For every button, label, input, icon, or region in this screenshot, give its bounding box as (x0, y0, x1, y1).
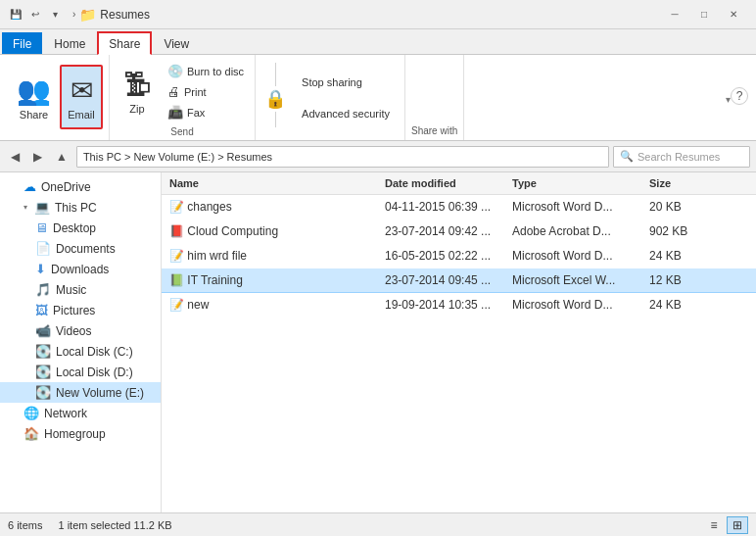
tab-file[interactable]: File (2, 32, 42, 54)
file-row-changes[interactable]: 📝 changes 04-11-2015 06:39 ... Microsoft… (162, 195, 756, 219)
ribbon-help-button[interactable]: ? (731, 87, 748, 105)
share-button[interactable]: 👥 Share (10, 65, 58, 129)
search-icon: 🔍 (620, 150, 634, 163)
list-view-button[interactable]: ⊞ (727, 516, 748, 534)
email-label: Email (68, 109, 95, 121)
window-title: Resumes (100, 8, 660, 22)
breadcrumb-arrow: › (72, 9, 75, 20)
file-size-himwrd: 24 KB (641, 247, 710, 265)
zip-button[interactable]: 🗜 Zip (116, 60, 159, 124)
ribbon-group-sharewith: 🔒 Stop sharing Advanced security (256, 55, 405, 140)
sidebar-item-desktop[interactable]: 🖥 Desktop (0, 218, 161, 238)
back-button[interactable]: ◀ (6, 147, 24, 167)
search-bar[interactable]: 🔍 Search Resumes (613, 146, 750, 168)
quick-access-undo[interactable]: ↩ (27, 7, 43, 23)
file-label-ittraining: IT Training (187, 273, 242, 287)
col-header-size[interactable]: Size (641, 175, 710, 191)
downloads-label: Downloads (51, 263, 109, 276)
ribbon-small-group: 💿 Burn to disc 🖨 Print 📠 Fax (163, 61, 249, 122)
sidebar-item-locald[interactable]: 💽 Local Disk (D:) (0, 362, 161, 382)
file-icon-changes: 📝 (169, 200, 184, 214)
close-button[interactable]: ✕ (719, 5, 748, 24)
address-bar[interactable]: This PC > New Volume (E:) > Resumes (76, 146, 609, 168)
stop-sharing-label: Stop sharing (302, 76, 362, 88)
file-date-new: 19-09-2014 10:35 ... (377, 296, 504, 314)
view-toggle: ≡ ⊞ (703, 516, 748, 534)
minimize-button[interactable]: ─ (660, 5, 689, 24)
file-label-cloud: Cloud Computing (187, 224, 278, 238)
sidebar-item-network[interactable]: 🌐 Network (0, 403, 161, 423)
tab-share[interactable]: Share (97, 31, 152, 55)
main-area: ☁ OneDrive ▾ 💻 This PC 🖥 Desktop 📄 Docum… (0, 172, 756, 512)
downloads-icon: ⬇ (35, 262, 46, 276)
quick-access-save[interactable]: 💾 (8, 7, 24, 23)
pictures-label: Pictures (53, 304, 95, 317)
search-placeholder: Search Resumes (638, 151, 720, 163)
sidebar-item-documents[interactable]: 📄 Documents (0, 238, 161, 259)
onedrive-icon: ☁ (24, 179, 36, 194)
ribbon-group-sharewith-label: Share with (405, 55, 464, 140)
desktop-icon: 🖥 (35, 220, 48, 235)
desktop-label: Desktop (53, 221, 96, 235)
share-with-group-label: Share with (411, 125, 457, 140)
tab-home[interactable]: Home (43, 32, 96, 54)
tab-view[interactable]: View (153, 32, 200, 54)
stop-sharing-button[interactable]: Stop sharing (293, 69, 399, 96)
maximize-button[interactable]: □ (689, 5, 719, 24)
file-type-cloud: Adobe Acrobat D... (504, 222, 641, 240)
file-row-himwrd[interactable]: 📝 him wrd file 16-05-2015 02:22 ... Micr… (162, 244, 756, 268)
selected-info: 1 item selected 11.2 KB (58, 519, 171, 531)
music-label: Music (56, 283, 86, 297)
print-button[interactable]: 🖨 Print (163, 81, 249, 102)
videos-label: Videos (56, 324, 91, 338)
email-button[interactable]: ✉ Email (60, 65, 103, 129)
fax-icon: 📠 (167, 105, 183, 120)
col-header-name[interactable]: Name (162, 175, 377, 191)
title-bar: 💾 ↩ ▾ › 📁 Resumes ─ □ ✕ (0, 0, 756, 29)
col-header-date[interactable]: Date modified (377, 175, 504, 191)
file-type-himwrd: Microsoft Word D... (504, 247, 641, 265)
documents-icon: 📄 (35, 241, 51, 256)
sidebar-item-downloads[interactable]: ⬇ Downloads (0, 259, 161, 279)
sidebar-item-music[interactable]: 🎵 Music (0, 279, 161, 300)
file-name-ittraining: 📗 IT Training (162, 271, 377, 289)
file-type-changes: Microsoft Word D... (504, 198, 641, 216)
localc-icon: 💽 (35, 344, 51, 359)
sidebar-item-videos[interactable]: 📹 Videos (0, 320, 161, 341)
items-count: 6 items (8, 519, 42, 531)
file-label-himwrd: him wrd file (187, 249, 247, 263)
file-date-himwrd: 16-05-2015 02:22 ... (377, 247, 504, 265)
file-icon-ittraining: 📗 (169, 273, 184, 287)
file-row-cloud[interactable]: 📕 Cloud Computing 23-07-2014 09:42 ... A… (162, 219, 756, 244)
up-button[interactable]: ▲ (51, 147, 72, 167)
burn-disc-button[interactable]: 💿 Burn to disc (163, 61, 249, 81)
newe-label: New Volume (E:) (56, 386, 144, 400)
titlebar-icons: 💾 ↩ ▾ (8, 7, 63, 23)
sidebar-item-homegroup[interactable]: 🏠 Homegroup (0, 423, 161, 444)
sidebar-item-onedrive[interactable]: ☁ OneDrive (0, 176, 161, 197)
fax-label: Fax (187, 107, 205, 119)
status-bar: 6 items 1 item selected 11.2 KB ≡ ⊞ (0, 512, 756, 536)
col-header-type[interactable]: Type (504, 175, 641, 191)
file-name-changes: 📝 changes (162, 198, 377, 216)
forward-button[interactable]: ▶ (28, 147, 47, 167)
sidebar-item-pictures[interactable]: 🖼 Pictures (0, 300, 161, 320)
sidebar-item-newe[interactable]: 💽 New Volume (E:) (0, 382, 161, 403)
details-view-button[interactable]: ≡ (703, 516, 725, 534)
quick-access-menu[interactable]: ▾ (47, 7, 63, 23)
file-row-new[interactable]: 📝 new 19-09-2014 10:35 ... Microsoft Wor… (162, 293, 756, 317)
burn-label: Burn to disc (187, 66, 244, 77)
file-row-ittraining[interactable]: 📗 IT Training 23-07-2014 09:45 ... Micro… (162, 268, 756, 293)
thispc-label: This PC (55, 201, 97, 215)
nav-bar: ◀ ▶ ▲ This PC > New Volume (E:) > Resume… (0, 141, 756, 172)
share-label: Share (20, 109, 48, 121)
file-name-new: 📝 new (162, 296, 377, 314)
advanced-security-button[interactable]: Advanced security (293, 100, 399, 127)
sidebar-item-thispc[interactable]: ▾ 💻 This PC (0, 197, 161, 218)
homegroup-label: Homegroup (44, 427, 106, 441)
sidebar-item-localc[interactable]: 💽 Local Disk (C:) (0, 341, 161, 362)
file-type-ittraining: Microsoft Excel W... (504, 271, 641, 289)
newe-icon: 💽 (35, 385, 51, 400)
file-date-cloud: 23-07-2014 09:42 ... (377, 222, 504, 240)
fax-button[interactable]: 📠 Fax (163, 102, 249, 122)
